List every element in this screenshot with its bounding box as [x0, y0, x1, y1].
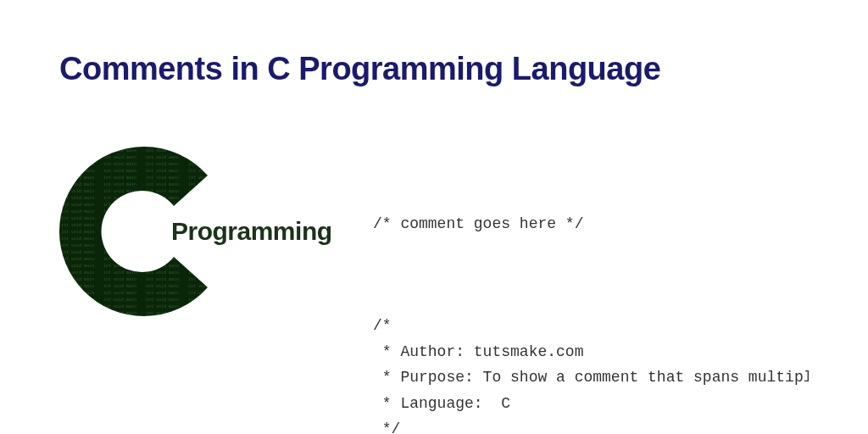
code-section: /* comment goes here */ /* * Author: tut… — [373, 147, 809, 434]
content-row: int void main Programming /* comment goe… — [59, 147, 809, 434]
single-line-comment: /* comment goes here */ — [373, 211, 809, 237]
page-title: Comments in C Programming Language — [59, 51, 809, 87]
logo-label: Programming — [171, 217, 332, 246]
document-container: Comments in C Programming Language int v… — [0, 0, 868, 434]
c-programming-logo: int void main Programming — [59, 147, 229, 316]
multi-line-comment: /* * Author: tutsmake.com * Purpose: To … — [373, 313, 809, 434]
logo-section: int void main Programming — [59, 147, 348, 316]
